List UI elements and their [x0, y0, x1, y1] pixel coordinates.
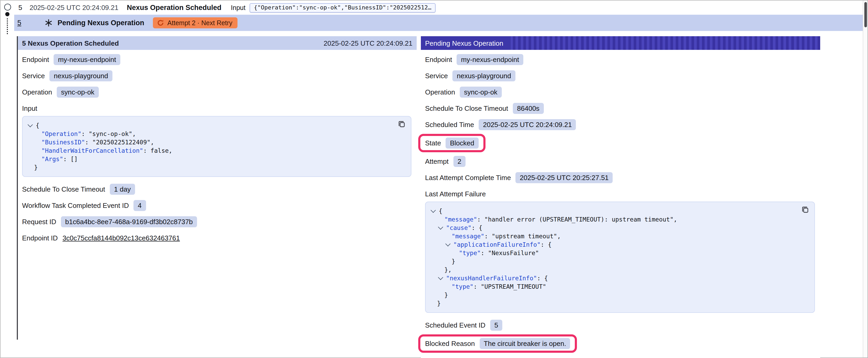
code-token: : "UPSTREAM_TIMEOUT": [473, 283, 546, 290]
field-row-endpoint: Endpoint my-nexus-endpoint: [425, 54, 815, 65]
code-token: : "sync-op-ok",: [82, 130, 136, 137]
code-token: "message": [452, 232, 485, 240]
collapse-chevron-icon[interactable]: [445, 241, 451, 247]
state-highlight-box: State Blocked: [418, 134, 485, 152]
code-token: [27, 138, 41, 146]
field-label: Workflow Task Completed Event ID: [22, 202, 129, 209]
field-label: Request ID: [22, 218, 56, 226]
event-input-label: Input: [231, 4, 246, 11]
panel-title: 5 Nexus Operation Scheduled: [22, 39, 119, 47]
failure-json-code: { "message": "handler error (UPSTREAM_TI…: [430, 207, 808, 307]
field-value-chip: 1 day: [110, 184, 135, 195]
code-token: "Args": [41, 155, 63, 163]
field-label: Operation: [425, 88, 455, 96]
failure-section-label: Last Attempt Failure: [425, 190, 486, 198]
field-row-last-attempt-complete-time: Last Attempt Complete Time 2025-02-25 UT…: [425, 172, 815, 183]
collapse-chevron-icon[interactable]: [431, 207, 436, 213]
field-label: Blocked Reason: [425, 339, 475, 348]
code-token: : "upstream timeout",: [485, 232, 561, 240]
workflow-history-page: 5 2025-02-25 UTC 20:24:09.21 Nexus Opera…: [0, 0, 868, 358]
failure-section-label-row: Last Attempt Failure: [425, 189, 815, 199]
field-row-operation: Operation sync-op-ok: [22, 87, 411, 98]
code-line: },: [430, 266, 808, 274]
field-row-wft-completed-event-id: Workflow Task Completed Event ID 4: [22, 200, 411, 211]
code-token: "HandlerWaitForCancellation": [41, 147, 143, 154]
code-line: "nexusHandlerFailureInfo": {: [430, 274, 808, 283]
code-token: "cause": [446, 224, 471, 231]
field-label: Scheduled Event ID: [425, 321, 486, 329]
field-row-scheduled-event-id: Scheduled Event ID 5: [425, 320, 815, 331]
field-label: Last Attempt Complete Time: [425, 174, 511, 182]
event-timestamp: 2025-02-25 UTC 20:24:09.21: [29, 4, 118, 11]
scrollbar-thumb[interactable]: [864, 2, 867, 27]
code-token: }: [430, 300, 441, 307]
collapse-chevron-icon[interactable]: [438, 224, 443, 230]
code-line: "message": "handler error (UPSTREAM_TIME…: [430, 215, 808, 224]
code-token: }: [430, 291, 448, 299]
pending-panel-header: Pending Nexus Operation: [421, 36, 820, 50]
code-line: "Args": []: [27, 155, 405, 163]
code-line: {: [27, 121, 405, 130]
endpoint-id-link[interactable]: 3c0c75ccfa8144b092c13ce632463761: [63, 234, 180, 242]
scheduled-panel-body: Endpoint my-nexus-endpoint Service nexus…: [18, 50, 417, 253]
code-token: : "20250225122409",: [85, 138, 154, 146]
field-label: Schedule To Close Timeout: [425, 104, 508, 112]
code-line: }: [430, 257, 808, 266]
field-value-chip: nexus-playground: [50, 70, 113, 82]
code-token: [27, 147, 41, 154]
event-row-scheduled[interactable]: 5 2025-02-25 UTC 20:24:09.21 Nexus Opera…: [14, 1, 862, 15]
state-badge: Blocked: [446, 137, 479, 149]
field-value-chip: 2025-02-25 UTC 20:24:09.21: [479, 119, 576, 130]
code-token: "BusinessID": [41, 138, 85, 146]
code-token: [430, 249, 459, 257]
code-line: "applicationFailureInfo": {: [430, 240, 808, 249]
code-token: : false,: [143, 147, 172, 154]
code-token: : "handler error (UPSTREAM_TIMEOUT): ups…: [477, 216, 677, 223]
code-token: : {: [471, 224, 483, 231]
field-row-endpoint: Endpoint my-nexus-endpoint: [22, 54, 411, 65]
vertical-scrollbar[interactable]: [863, 1, 867, 357]
code-token: : []: [63, 155, 78, 163]
scheduled-panel-header: 5 Nexus Operation Scheduled 2025-02-25 U…: [18, 36, 417, 50]
code-line: }: [430, 291, 808, 299]
code-token: [430, 274, 437, 282]
code-token: : {: [541, 241, 552, 248]
event-name: Pending Nexus Operation: [58, 19, 144, 27]
pending-panel-body: Endpoint my-nexus-endpoint Service nexus…: [421, 50, 820, 358]
code-line: }: [430, 299, 808, 307]
copy-icon[interactable]: [397, 120, 406, 130]
timeline-dotted-line: [7, 19, 8, 34]
event-id[interactable]: 5: [19, 4, 22, 11]
code-token: [430, 224, 437, 231]
field-row-service: Service nexus-playground: [425, 70, 815, 82]
panel-timestamp: 2025-02-25 UTC 20:24:09.21: [324, 39, 412, 47]
code-token: "message": [444, 216, 477, 223]
code-token: "type": [459, 249, 481, 257]
failure-json-viewer: { "message": "handler error (UPSTREAM_TI…: [425, 202, 815, 313]
code-token: : {: [537, 274, 548, 282]
retry-badge: Attempt 2 · Next Retry: [153, 17, 238, 28]
collapse-chevron-icon[interactable]: [28, 122, 33, 127]
event-row-pending-selected[interactable]: 5 Pending Nexus Operation Attempt 2 · Ne…: [14, 15, 863, 31]
pending-operation-detail-panel: Pending Nexus Operation Endpoint my-nexu…: [421, 36, 820, 358]
field-label: Endpoint: [425, 56, 452, 64]
field-row-blocked-reason: Blocked Reason The circuit breaker is op…: [425, 336, 815, 351]
code-line: "message": "upstream timeout",: [430, 232, 808, 240]
event-input-preview-chip[interactable]: {"Operation":"sync-op-ok","BusinessID":"…: [250, 3, 436, 12]
collapse-chevron-icon[interactable]: [438, 275, 443, 280]
field-label: Endpoint: [22, 56, 49, 64]
code-token: [430, 283, 452, 290]
field-label: Schedule To Close Timeout: [22, 185, 105, 193]
code-token: : "NexusFailure": [481, 249, 539, 257]
field-value-chip: my-nexus-endpoint: [457, 54, 523, 65]
field-value-chip: 5: [490, 320, 502, 331]
code-token: [27, 130, 41, 137]
field-value-chip: 4: [134, 200, 146, 211]
field-row-attempt: Attempt 2: [425, 156, 815, 167]
field-row-request-id: Request ID b1c6a4bc-8ee7-468a-9169-df3b0…: [22, 216, 411, 227]
copy-icon[interactable]: [800, 206, 810, 215]
code-token: {: [439, 207, 442, 215]
timeline-start-icon: [4, 4, 11, 10]
input-section-label-row: Input: [22, 103, 411, 114]
event-id-link[interactable]: 5: [17, 19, 21, 27]
